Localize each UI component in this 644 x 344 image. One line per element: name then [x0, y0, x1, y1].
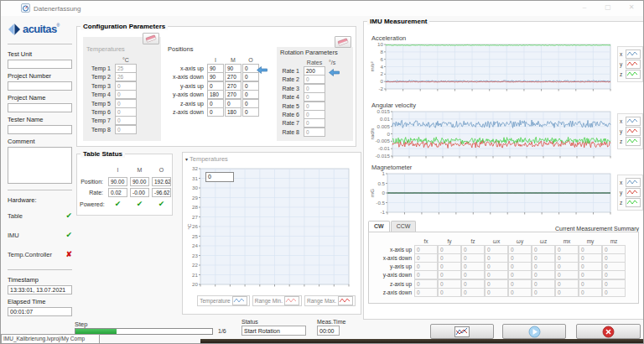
clear-rates-button[interactable] [335, 36, 351, 48]
svg-text:1: 1 [382, 171, 386, 176]
temp-input-temp-2[interactable]: 26 [115, 72, 137, 81]
rate-row-label-rate-2: Rate 2 [278, 76, 302, 82]
status-value-rate-i: 0.02 [108, 188, 127, 197]
svg-text:-1: -1 [380, 209, 385, 215]
svg-text:2: 2 [381, 70, 384, 76]
rate-input-rate-3[interactable]: 0 [304, 84, 325, 93]
legend-item-x: x [620, 178, 641, 187]
tab-cw[interactable]: CW [368, 221, 390, 232]
position-input-x-axis-up-i[interactable]: 90 [207, 64, 224, 73]
position-input-z-axis-down-o[interactable]: 0 [242, 107, 259, 117]
position-input-z-axis-down-m[interactable]: 180 [225, 107, 242, 117]
status-value-rate-m: -0.00 [130, 188, 149, 197]
logo-text: acuitas [23, 23, 57, 35]
temp-input-temp-6[interactable]: 0 [115, 107, 137, 117]
legend-glyph-z [626, 70, 641, 79]
position-input-x-axis-down-o[interactable]: 0 [242, 72, 259, 81]
position-input-y-axis-down-i[interactable]: 180 [207, 90, 224, 99]
acceleration-label: Acceleration [371, 34, 406, 42]
temperatures-chart-mount: 20212223242526272829303132°C [186, 164, 354, 294]
position-input-y-axis-up-i[interactable]: 0 [207, 81, 224, 91]
divider [8, 44, 72, 44]
magnetometer-legend: xyz [617, 175, 643, 211]
temp-input-temp-3[interactable]: 0 [115, 81, 137, 91]
position-input-x-axis-down-i[interactable]: 90 [207, 72, 224, 81]
summary-row-label-z-axis-down: z-axis down [376, 289, 414, 295]
rate-input-rate-6[interactable]: 0 [304, 110, 325, 119]
status-row-label-rate: Rate: [80, 190, 106, 195]
temp-row-label-temp-4: Temp 4 [86, 91, 113, 97]
close-button[interactable]: ✕ [626, 3, 636, 12]
legend-glyph-y [626, 60, 641, 69]
position-pointer-arrow-icon [257, 66, 267, 74]
temp-input-temp-8[interactable]: 0 [115, 125, 137, 134]
input-test-unit[interactable] [8, 60, 72, 69]
temperatures-label: Temperatures [86, 45, 125, 53]
svg-text:0: 0 [381, 78, 384, 84]
powered-label: Powered: [80, 201, 106, 207]
rotation-parameters-label: Rotation Parameters [280, 49, 338, 56]
abort-button[interactable] [576, 324, 641, 339]
angular-velocity-label: Angular velocity [371, 102, 416, 109]
temp-input-temp-1[interactable]: 25 [115, 64, 137, 73]
angular-velocity-chart-mount: -0.015-0.01-0.00500.0050.010.015rad/s [369, 109, 615, 166]
position-input-y-axis-down-m[interactable]: 270 [225, 90, 242, 99]
comment-field[interactable] [8, 147, 72, 184]
minimize-button[interactable]: – [579, 3, 589, 12]
position-input-y-axis-down-o[interactable]: 0 [242, 90, 259, 99]
summary-col-x: ωx [485, 238, 508, 244]
summary-cell-z-axis-down-fz: 0 [461, 288, 485, 297]
summary-col-fy: fy [438, 238, 461, 244]
magnetometer-chart-mount: -1-0.500.51mG [369, 171, 615, 222]
status-col-o: O [152, 167, 171, 173]
imu-measurement-panel: IMU Measurement Acceleration -20246810m/… [363, 21, 644, 320]
legend-item-y: y [620, 188, 641, 197]
svg-text:26: 26 [192, 223, 198, 229]
tab-ccw[interactable]: CCW [391, 221, 417, 232]
rate-row-label-rate-5: Rate 5 [278, 103, 302, 109]
position-input-z-axis-up-o[interactable]: 0 [242, 99, 259, 108]
temp-row-label-temp-3: Temp 3 [86, 83, 113, 89]
table-status-grid: IMOPosition:90.0090.00192.62Rate:0.02-0.… [80, 164, 171, 210]
input-project-number[interactable] [8, 81, 72, 91]
status-col-i: I [108, 167, 127, 173]
maximize-button[interactable]: ▢ [603, 3, 613, 12]
powered-check-icon-o: ✔ [152, 200, 171, 208]
positions-col-m: M [225, 57, 242, 63]
rate-input-rate-8[interactable]: 0 [304, 128, 325, 137]
timestamp-value [8, 285, 72, 294]
temp-input-temp-4[interactable]: 0 [115, 90, 137, 99]
svg-text:30: 30 [192, 185, 198, 190]
play-button[interactable] [502, 324, 566, 339]
position-input-y-axis-up-o[interactable]: 0 [242, 81, 259, 91]
position-input-z-axis-up-m[interactable]: 0 [225, 99, 242, 108]
legend-label-temperature: Temperature [200, 298, 231, 304]
legend-item-range-max: Range Max. [304, 295, 356, 306]
position-input-y-axis-up-m[interactable]: 270 [225, 81, 242, 91]
show-graph-button[interactable] [430, 324, 494, 339]
position-input-z-axis-down-i[interactable]: 0 [207, 107, 224, 117]
chart-icon [454, 326, 470, 337]
rate-input-rate-2[interactable]: 0 [304, 75, 325, 84]
position-input-z-axis-up-i[interactable]: 0 [207, 99, 224, 108]
rate-input-rate-7[interactable]: 0 [304, 118, 325, 128]
svg-text:28: 28 [192, 204, 198, 210]
summary-col-mz: mz [602, 238, 626, 244]
rate-input-rate-1[interactable]: 200 [304, 66, 325, 76]
position-input-x-axis-up-m[interactable]: 90 [225, 64, 242, 73]
summary-tab-content: fxfyfzωxωyωzmxmymzx-axis up000000000x-ax… [368, 232, 639, 304]
input-project-name[interactable] [8, 103, 72, 112]
positions-col-i: I [207, 57, 224, 63]
legend-item-z: z [620, 198, 641, 207]
position-input-x-axis-down-m[interactable]: 270 [225, 72, 242, 81]
clear-temperatures-button[interactable] [143, 33, 159, 44]
legend-label-z: z [620, 138, 624, 144]
temp-input-temp-5[interactable]: 0 [115, 99, 137, 108]
rates-unit: °/s [327, 60, 339, 65]
input-tester-name[interactable] [8, 125, 72, 134]
rate-input-rate-4[interactable]: 0 [304, 92, 325, 102]
rate-input-rate-5[interactable]: 0 [304, 102, 325, 111]
legend-glyph-temperature [232, 296, 247, 305]
temp-input-temp-7[interactable]: 0 [115, 116, 137, 125]
position-row-label-x-axis-up: x-axis up [168, 65, 206, 71]
